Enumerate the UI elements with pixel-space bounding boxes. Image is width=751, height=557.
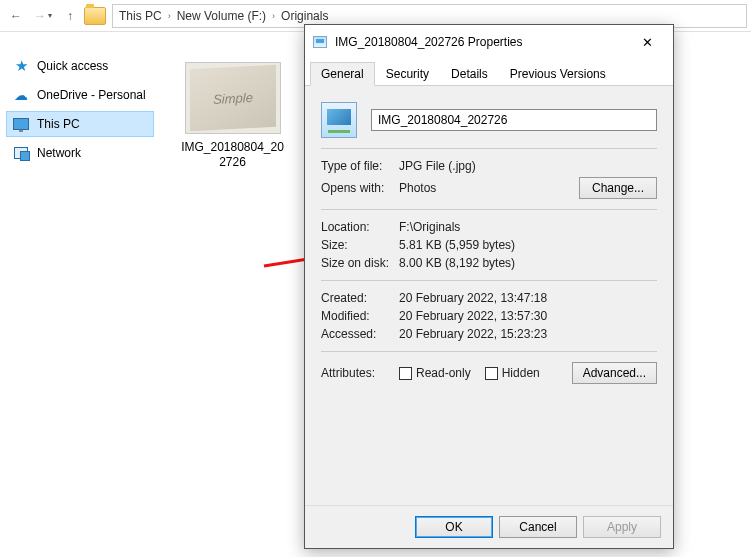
label-opens: Opens with: — [321, 181, 399, 195]
tab-security[interactable]: Security — [375, 62, 440, 86]
tab-strip: General Security Details Previous Versio… — [305, 59, 673, 86]
tab-general[interactable]: General — [310, 62, 375, 86]
tab-previous-versions[interactable]: Previous Versions — [499, 62, 617, 86]
label-created: Created: — [321, 291, 399, 305]
value-type: JPG File (.jpg) — [399, 159, 476, 173]
tree-network[interactable]: Network — [6, 140, 154, 166]
filename-input[interactable] — [371, 109, 657, 131]
label-type: Type of file: — [321, 159, 399, 173]
value-accessed: 20 February 2022, 15:23:23 — [399, 327, 547, 341]
crumb-folder[interactable]: Originals — [281, 9, 328, 23]
back-button[interactable]: ← — [4, 4, 28, 28]
close-button[interactable]: ✕ — [629, 31, 665, 53]
titlebar[interactable]: IMG_20180804_202726 Properties ✕ — [305, 25, 673, 59]
hidden-checkbox[interactable]: Hidden — [485, 366, 540, 380]
label-attributes: Attributes: — [321, 366, 399, 380]
label-accessed: Accessed: — [321, 327, 399, 341]
readonly-checkbox[interactable]: Read-only — [399, 366, 471, 380]
checkbox-label: Hidden — [502, 366, 540, 380]
crumb-thispc[interactable]: This PC — [119, 9, 162, 23]
tree-this-pc[interactable]: This PC — [6, 111, 154, 137]
filetype-icon — [321, 102, 357, 138]
divider — [321, 351, 657, 352]
value-created: 20 February 2022, 13:47:18 — [399, 291, 547, 305]
value-size-on-disk: 8.00 KB (8,192 bytes) — [399, 256, 515, 270]
tree-label: OneDrive - Personal — [37, 88, 146, 102]
value-modified: 20 February 2022, 13:57:30 — [399, 309, 547, 323]
label-modified: Modified: — [321, 309, 399, 323]
star-icon: ★ — [13, 58, 29, 74]
change-button[interactable]: Change... — [579, 177, 657, 199]
file-item[interactable]: Simple IMG_20180804_202726 — [180, 62, 285, 170]
network-icon — [13, 145, 29, 161]
image-icon — [313, 36, 327, 48]
crumb-volume[interactable]: New Volume (F:) — [177, 9, 266, 23]
file-thumbnail: Simple — [185, 62, 281, 134]
tree-onedrive[interactable]: ☁ OneDrive - Personal — [6, 82, 154, 108]
checkbox-label: Read-only — [416, 366, 471, 380]
tree-label: This PC — [37, 117, 80, 131]
advanced-button[interactable]: Advanced... — [572, 362, 657, 384]
monitor-icon — [13, 116, 29, 132]
thumbnail-image: Simple — [190, 65, 276, 132]
chevron-right-icon: › — [272, 11, 275, 21]
ok-button[interactable]: OK — [415, 516, 493, 538]
apply-button[interactable]: Apply — [583, 516, 661, 538]
divider — [321, 280, 657, 281]
divider — [321, 209, 657, 210]
up-button[interactable]: ↑ — [58, 4, 82, 28]
tree-quick-access[interactable]: ★ Quick access — [6, 53, 154, 79]
dialog-footer: OK Cancel Apply — [305, 505, 673, 548]
value-location: F:\Originals — [399, 220, 460, 234]
cloud-icon: ☁ — [13, 87, 29, 103]
checkbox-icon — [485, 367, 498, 380]
dialog-title: IMG_20180804_202726 Properties — [335, 35, 629, 49]
properties-dialog: IMG_20180804_202726 Properties ✕ General… — [304, 24, 674, 549]
tree-label: Quick access — [37, 59, 108, 73]
value-size: 5.81 KB (5,959 bytes) — [399, 238, 515, 252]
dialog-body: Type of file:JPG File (.jpg) Opens with:… — [305, 86, 673, 505]
divider — [321, 148, 657, 149]
cancel-button[interactable]: Cancel — [499, 516, 577, 538]
chevron-right-icon: › — [168, 11, 171, 21]
file-label: IMG_20180804_202726 — [180, 140, 285, 170]
tree-label: Network — [37, 146, 81, 160]
label-size: Size: — [321, 238, 399, 252]
navigation-tree: ★ Quick access ☁ OneDrive - Personal Thi… — [0, 32, 160, 557]
folder-icon — [84, 7, 106, 25]
label-size-on-disk: Size on disk: — [321, 256, 399, 270]
history-dropdown[interactable]: ▾ — [48, 11, 52, 20]
value-opens: Photos — [399, 181, 579, 195]
checkbox-icon — [399, 367, 412, 380]
tab-details[interactable]: Details — [440, 62, 499, 86]
label-location: Location: — [321, 220, 399, 234]
